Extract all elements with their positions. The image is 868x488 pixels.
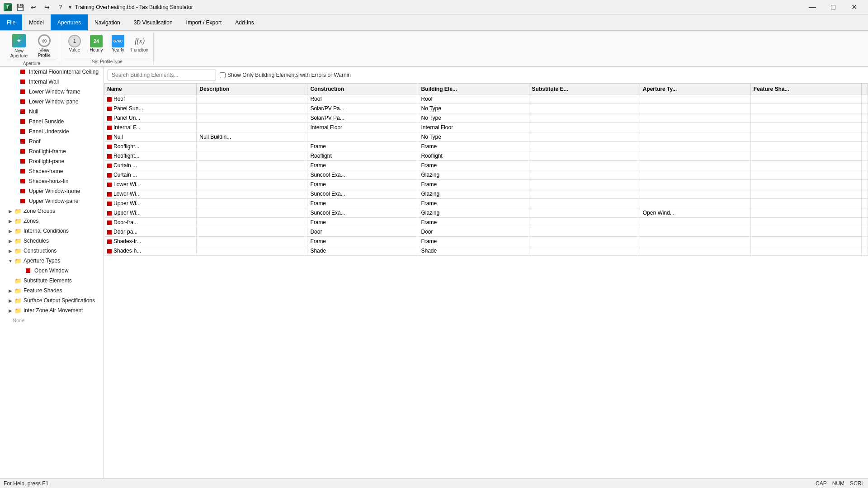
item-icon: [20, 178, 27, 185]
view-profile-btn[interactable]: ◎ ViewProfile: [33, 33, 56, 59]
sidebar-item-inter-zone-air[interactable]: ▶📁Inter Zone Air Movement: [0, 305, 104, 315]
col-header-4[interactable]: Substitute E...: [529, 84, 640, 94]
sidebar-item-zones[interactable]: ▶📁Zones: [0, 216, 104, 226]
sidebar-item-shades-frame[interactable]: Shades-frame: [0, 166, 104, 176]
sidebar-item-internal-conditions[interactable]: ▶📁Internal Conditions: [0, 226, 104, 236]
toolbar-save-btn[interactable]: 💾: [14, 2, 25, 13]
table-row[interactable]: Curtain ...Suncool Exa...Glazing: [104, 170, 868, 180]
table-row[interactable]: Panel Sun...Solar/PV Pa...No Type: [104, 104, 868, 113]
value-btn[interactable]: 1 Value: [65, 33, 85, 57]
resize-cell: [862, 104, 868, 113]
sidebar-item-null[interactable]: Null: [0, 107, 104, 117]
table-row[interactable]: Panel Un...Solar/PV Pa...No Type: [104, 113, 868, 123]
sidebar-item-upper-window-frame[interactable]: Upper Window-frame: [0, 186, 104, 196]
yearly-btn[interactable]: 8760 Yearly: [108, 33, 128, 57]
resize-cell: [862, 237, 868, 246]
sidebar-item-rooflight-frame[interactable]: Rooflight-frame: [0, 146, 104, 156]
toolbar-redo-btn[interactable]: ↪: [42, 2, 52, 13]
search-input[interactable]: [108, 70, 216, 80]
sidebar-item-lower-window-pane[interactable]: Lower Window-pane: [0, 97, 104, 107]
cell-10-2: Suncool Exa...: [307, 189, 418, 199]
sidebar-item-rooflight-pane[interactable]: Rooflight-pane: [0, 156, 104, 166]
table-row[interactable]: Curtain ...FrameFrame: [104, 161, 868, 170]
menu-file[interactable]: File: [0, 14, 22, 30]
resize-cell: [862, 199, 868, 208]
minimize-btn[interactable]: —: [802, 0, 823, 14]
cell-15-3: Frame: [418, 237, 529, 246]
sidebar-item-shades-horiz-fin[interactable]: Shades-horiz-fin: [0, 176, 104, 186]
expand-icon: [13, 168, 19, 174]
table-row[interactable]: NullNull Buildin...No Type: [104, 132, 868, 142]
sidebar-item-constructions[interactable]: ▶📁Constructions: [0, 246, 104, 256]
col-header-2[interactable]: Construction: [307, 84, 418, 94]
table-row[interactable]: Shades-h...ShadeShade: [104, 246, 868, 256]
menu-import-export[interactable]: Import / Export: [179, 14, 229, 30]
sidebar-item-surface-output-spec[interactable]: ▶📁Surface Output Specifications: [0, 296, 104, 305]
sidebar-item-feature-shades[interactable]: ▶📁Feature Shades: [0, 286, 104, 296]
table-row[interactable]: Internal F...Internal FloorInternal Floo…: [104, 123, 868, 132]
expand-icon: [7, 277, 14, 284]
cell-1-2: Solar/PV Pa...: [307, 104, 418, 113]
sidebar-item-panel-sunside[interactable]: Panel Sunside: [0, 117, 104, 127]
cell-7-0: Curtain ...: [104, 161, 197, 170]
sidebar-item-internal-floor[interactable]: Internal Floor/Internal Ceiling: [0, 67, 104, 77]
cell-6-4: [529, 151, 640, 161]
cell-13-2: Frame: [307, 218, 418, 227]
expand-icon: [13, 79, 19, 85]
table-row[interactable]: Rooflight...RooflightRooflight: [104, 151, 868, 161]
menu-add-ins[interactable]: Add-Ins: [228, 14, 260, 30]
maximize-btn[interactable]: □: [823, 0, 844, 14]
table-row[interactable]: Lower Wi...FrameFrame: [104, 180, 868, 189]
table-row[interactable]: Upper Wi...FrameFrame: [104, 199, 868, 208]
new-aperture-btn[interactable]: ✦ NewAperture: [7, 33, 31, 59]
sidebar-item-internal-wall[interactable]: Internal Wall: [0, 77, 104, 87]
cell-6-5: [640, 151, 750, 161]
sidebar-item-aperture-types[interactable]: ▼📁Aperture Types: [0, 256, 104, 266]
table-row[interactable]: Rooflight...FrameFrame: [104, 142, 868, 151]
table-row[interactable]: Door-pa...DoorDoor: [104, 227, 868, 237]
row-icon: [107, 230, 112, 235]
menu-3d-vis[interactable]: 3D Visualisation: [127, 14, 179, 30]
toolbar-help-btn[interactable]: ?: [55, 2, 66, 13]
sidebar-item-roof[interactable]: Roof: [0, 136, 104, 146]
toolbar-undo-btn[interactable]: ↩: [28, 2, 39, 13]
table-row[interactable]: Door-fra...FrameFrame: [104, 218, 868, 227]
folder-icon: 📁: [14, 307, 22, 314]
item-icon: [20, 88, 27, 95]
cell-2-0: Panel Un...: [104, 113, 197, 123]
sidebar-item-lower-window-frame[interactable]: Lower Window-frame: [0, 87, 104, 97]
row-icon: [107, 211, 112, 216]
tree-item-label: Surface Output Specifications: [24, 297, 95, 304]
sidebar-item-schedules[interactable]: ▶📁Schedules: [0, 236, 104, 246]
cell-1-6: [750, 104, 861, 113]
toolbar-row: Show Only Building Elements with Errors …: [104, 67, 868, 84]
cell-12-6: [750, 208, 861, 218]
table-row[interactable]: Shades-fr...FrameFrame: [104, 237, 868, 246]
col-header-0[interactable]: Name: [104, 84, 197, 94]
sidebar-item-zone-groups[interactable]: ▶📁Zone Groups: [0, 206, 104, 216]
menu-model[interactable]: Model: [22, 14, 51, 30]
table-row[interactable]: Lower Wi...Suncool Exa...Glazing: [104, 189, 868, 199]
col-header-5[interactable]: Aperture Ty...: [640, 84, 750, 94]
col-header-1[interactable]: Description: [197, 84, 307, 94]
errors-filter-checkbox[interactable]: [220, 72, 226, 78]
ribbon: ✦ NewAperture ◎ ViewProfile Aperture 1 V…: [0, 31, 868, 67]
close-btn[interactable]: ✕: [844, 0, 864, 14]
table-row[interactable]: Upper Wi...Suncool Exa...GlazingOpen Win…: [104, 208, 868, 218]
sidebar-item-panel-underside[interactable]: Panel Underside: [0, 127, 104, 136]
menu-navigation[interactable]: Navigation: [88, 14, 127, 30]
tree-item-label: Substitute Elements: [24, 277, 72, 284]
item-icon: [20, 158, 27, 165]
cell-11-2: Frame: [307, 199, 418, 208]
sidebar-item-substitute-elements[interactable]: 📁Substitute Elements: [0, 276, 104, 286]
menu-apertures[interactable]: Apertures: [51, 14, 88, 30]
col-header-3[interactable]: Building Ele...: [418, 84, 529, 94]
table-row[interactable]: RoofRoofRoof: [104, 94, 868, 104]
hourly-btn[interactable]: 24 Hourly: [86, 33, 106, 57]
status-help-text: For Help, press F1: [4, 480, 48, 487]
sidebar-item-open-window[interactable]: Open Window: [0, 266, 104, 276]
sidebar-item-upper-window-pane[interactable]: Upper Window-pane: [0, 196, 104, 206]
tree-item-label: Internal Wall: [29, 79, 59, 85]
function-btn[interactable]: f(x) Function: [130, 33, 150, 57]
col-header-6[interactable]: Feature Sha...: [750, 84, 861, 94]
